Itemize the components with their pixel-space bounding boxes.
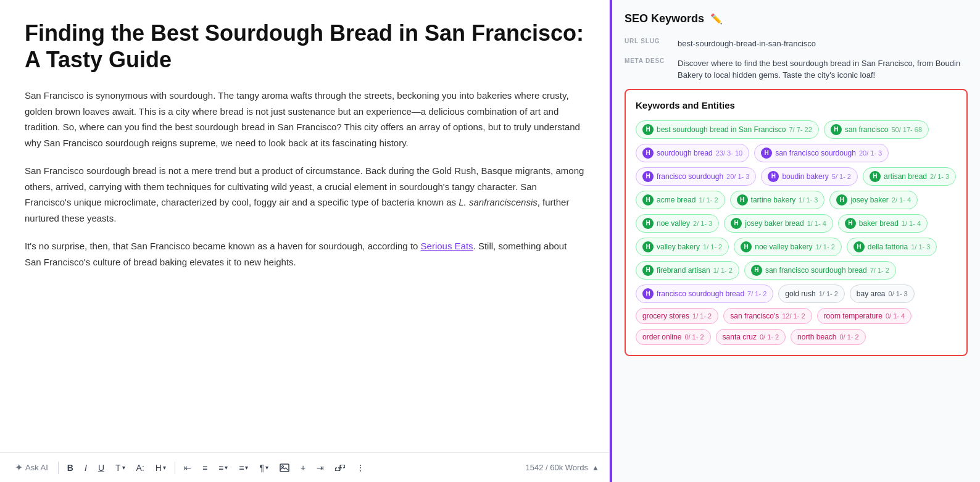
- keyword-badge: H: [845, 218, 856, 229]
- keyword-stats: 1/ 1- 2: [713, 267, 733, 274]
- keyword-chip[interactable]: Hsan francisco sourdough bread 7/ 1- 2: [744, 261, 896, 280]
- keyword-text: san francisco: [845, 125, 889, 134]
- keyword-stats: 0/ 1- 2: [684, 333, 704, 341]
- seo-panel-title: SEO Keywords: [625, 12, 704, 25]
- keyword-text: gold rush: [785, 289, 815, 298]
- ai-icon: ✦: [15, 462, 23, 473]
- keyword-chip[interactable]: room temperature 0/ 1- 4: [817, 308, 912, 324]
- keyword-text: acme bread: [657, 196, 696, 204]
- keyword-stats: 23/ 3- 10: [716, 149, 742, 157]
- meta-desc-label: META DESC: [625, 57, 668, 64]
- keyword-badge: H: [642, 194, 654, 206]
- keyword-stats: 2/ 1- 3: [693, 220, 712, 227]
- keyword-badge: H: [831, 124, 842, 135]
- svg-rect-0: [280, 464, 289, 472]
- keyword-chip[interactable]: Hartisan bread 2/ 1- 3: [863, 167, 956, 186]
- heading-button[interactable]: H ▾: [152, 460, 170, 475]
- seo-header: SEO Keywords ✏️: [625, 12, 968, 25]
- keyword-text: noe valley bakery: [755, 243, 812, 251]
- keyword-chip[interactable]: Hjosey baker bread 1/ 1- 4: [724, 214, 833, 233]
- keyword-stats: 2/ 1- 3: [930, 173, 949, 180]
- article-paragraph-3: It's no surprise, then, that San Francis…: [25, 238, 584, 270]
- chevron-up-icon: ▲: [592, 463, 599, 472]
- keyword-chip[interactable]: Hfrancisco sourdough 20/ 1- 3: [636, 167, 756, 186]
- keyword-text: valley bakery: [657, 243, 700, 251]
- font-size-button[interactable]: A:: [133, 460, 148, 475]
- keyword-stats: 2/ 1- 4: [892, 196, 911, 204]
- align-left-button[interactable]: ⇤: [180, 460, 195, 475]
- keyword-text: baker bread: [859, 219, 899, 228]
- keyword-chip[interactable]: Hjosey baker 2/ 1- 4: [829, 191, 918, 209]
- bullet-button[interactable]: ≡ ▾: [235, 460, 252, 475]
- keyword-stats: 7/ 7- 22: [789, 126, 812, 133]
- keyword-chip[interactable]: Hdella fattoria 1/ 1- 3: [847, 238, 937, 256]
- toolbar-separator-2: [175, 462, 175, 474]
- keyword-chip[interactable]: Hsourdough bread 23/ 3- 10: [636, 144, 749, 162]
- keyword-badge: H: [642, 241, 654, 252]
- keyword-text: san francisco sourdough bread: [765, 266, 867, 275]
- keyword-chip[interactable]: Hnoe valley 2/ 1- 3: [636, 214, 719, 233]
- keyword-chip[interactable]: gold rush 1/ 1- 2: [778, 285, 845, 303]
- article-paragraph-1: San Francisco is synonymous with sourdou…: [25, 88, 584, 151]
- keyword-chip[interactable]: san francisco's 12/ 1- 2: [723, 308, 812, 324]
- keyword-stats: 5/ 1- 2: [832, 173, 851, 180]
- keyword-text: josey baker bread: [745, 219, 804, 228]
- underline-button[interactable]: U: [94, 460, 108, 475]
- keyword-stats: 12/ 1- 2: [782, 312, 805, 320]
- keyword-text: best sourdough bread in San Francisco: [657, 125, 786, 134]
- keyword-text: noe valley: [657, 219, 690, 228]
- serious-eats-link[interactable]: Serious Eats: [421, 241, 473, 251]
- keyword-text: firebrand artisan: [657, 266, 710, 275]
- keyword-text: boudin bakery: [782, 172, 828, 181]
- article-editor[interactable]: Finding the Best Sourdough Bread in San …: [0, 0, 610, 482]
- keyword-badge: H: [768, 171, 779, 182]
- keyword-stats: 20/ 1- 3: [859, 149, 882, 157]
- keyword-chip[interactable]: bay area 0/ 1- 3: [850, 285, 915, 303]
- insert-button[interactable]: +: [297, 460, 309, 475]
- keyword-stats: 20/ 1- 3: [726, 173, 749, 180]
- keyword-stats: 1/ 1- 2: [703, 243, 722, 251]
- keyword-chip[interactable]: santa cruz 0/ 1- 2: [716, 329, 786, 345]
- keyword-stats: 1/ 1- 2: [819, 290, 838, 297]
- pencil-icon[interactable]: ✏️: [710, 13, 723, 25]
- ask-ai-button[interactable]: ✦ Ask AI: [10, 459, 53, 476]
- link-button[interactable]: [331, 462, 349, 473]
- keyword-badge: H: [731, 218, 742, 229]
- bold-button[interactable]: B: [64, 460, 77, 475]
- paragraph-button[interactable]: ¶ ▾: [255, 460, 272, 475]
- keyword-text: san francisco sourdough: [775, 149, 856, 157]
- keyword-badge: H: [836, 194, 847, 206]
- keyword-badge: H: [642, 124, 654, 135]
- keyword-chip[interactable]: Hacme bread 1/ 1- 2: [636, 191, 725, 209]
- text-format-button[interactable]: T ▾: [112, 460, 129, 475]
- keyword-chip[interactable]: Hsan francisco 50/ 17- 68: [824, 120, 929, 139]
- keyword-chip[interactable]: Hvalley bakery 1/ 1- 2: [636, 238, 729, 256]
- keyword-chip[interactable]: order online 0/ 1- 2: [636, 329, 711, 345]
- keyword-stats: 1/ 1- 2: [692, 312, 712, 320]
- keyword-chip[interactable]: Htartine bakery 1/ 1- 3: [730, 191, 825, 209]
- keyword-chip[interactable]: Hbest sourdough bread in San Francisco 7…: [636, 120, 819, 139]
- keyword-chip[interactable]: grocery stores 1/ 1- 2: [636, 308, 718, 324]
- svg-point-1: [281, 465, 283, 467]
- keyword-stats: 1/ 1- 3: [911, 243, 930, 251]
- italic-button[interactable]: I: [81, 460, 91, 475]
- align-center-button[interactable]: ≡: [199, 460, 211, 475]
- keyword-text: tartine bakery: [751, 196, 796, 204]
- keyword-chip[interactable]: Hnoe valley bakery 1/ 1- 2: [734, 238, 842, 256]
- keyword-chip[interactable]: Hfirebrand artisan 1/ 1- 2: [636, 261, 739, 280]
- keyword-chip[interactable]: Hboudin bakery 5/ 1- 2: [761, 167, 858, 186]
- text-dir-button[interactable]: ⇥: [313, 460, 328, 475]
- keyword-chip[interactable]: Hbaker bread 1/ 1- 4: [838, 214, 928, 233]
- keyword-chip[interactable]: north beach 0/ 1- 2: [791, 329, 866, 345]
- more-button[interactable]: ⋮: [352, 460, 368, 475]
- keyword-badge: H: [741, 241, 752, 252]
- keyword-badge: H: [642, 171, 654, 182]
- article-body[interactable]: San Francisco is synonymous with sourdou…: [25, 88, 584, 270]
- keyword-chip[interactable]: Hfrancisco sourdough bread 7/ 1- 2: [636, 285, 773, 303]
- keyword-text: francisco sourdough bread: [657, 289, 744, 298]
- list-button[interactable]: ≡ ▾: [215, 460, 231, 475]
- keyword-badge: H: [853, 241, 865, 252]
- image-button[interactable]: [276, 461, 293, 475]
- keyword-chip[interactable]: Hsan francisco sourdough 20/ 1- 3: [754, 144, 889, 162]
- url-slug-row: URL SLUG best-sourdough-bread-in-san-fra…: [625, 38, 968, 50]
